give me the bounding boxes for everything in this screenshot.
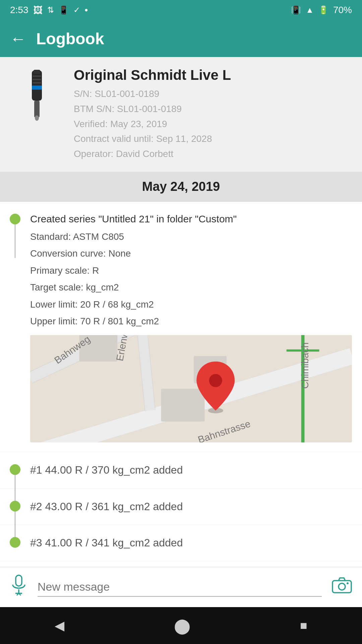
wifi-icon: ▲: [306, 5, 314, 15]
device-serial: S/N: SL01-001-0189: [74, 87, 352, 102]
svg-point-34: [347, 582, 349, 584]
gallery-icon: 🖼: [33, 5, 43, 16]
svg-rect-2: [33, 79, 41, 80]
nav-back-button[interactable]: ◀: [55, 618, 64, 633]
measure-entry-2: #1 44.00 R / 370 kg_cm2 added: [30, 462, 352, 479]
vibrate-icon: 📳: [291, 5, 301, 15]
svg-rect-7: [34, 70, 40, 74]
svg-rect-3: [33, 82, 41, 84]
svg-point-33: [339, 583, 345, 590]
device-details: Original Schmidt Live L S/N: SL01-001-01…: [74, 67, 352, 162]
svg-rect-27: [16, 575, 22, 586]
message-input[interactable]: [38, 578, 322, 597]
timeline-entry-4: #3 41.00 R / 341 kg_cm2 added: [0, 525, 362, 561]
map-background: Bahnweg Erlenweg Bahnstrasse Chimibach G…: [30, 335, 352, 442]
measure-entry-3: #2 43.00 R / 361 kg_cm2 added: [30, 498, 352, 515]
timeline-line-1: [14, 224, 16, 258]
checkmark-icon: ✓: [73, 5, 80, 15]
timeline-dot-col-1: [0, 211, 30, 224]
app-title: Logbook: [36, 30, 104, 48]
timeline-dot-col-3: [0, 498, 30, 512]
device-image: [10, 67, 64, 121]
status-right: 📳 ▲ 🔋 70%: [291, 5, 352, 15]
device-info-section: Original Schmidt Live L S/N: SL01-001-01…: [0, 57, 362, 172]
microphone-icon[interactable]: [10, 575, 27, 600]
mic-svg: [10, 575, 27, 596]
nav-recent-button[interactable]: ■: [300, 619, 307, 633]
timeline-dot-1: [10, 214, 20, 224]
nav-bar: ◀ ⬤ ■: [0, 607, 362, 644]
device-contract: Contract valid until: Sep 11, 2028: [74, 131, 352, 147]
timeline-area: Created series "Untitled 21" in folder "…: [0, 202, 362, 614]
timeline-content-2: #1 44.00 R / 370 kg_cm2 added: [30, 462, 352, 479]
nav-home-button[interactable]: ⬤: [174, 617, 190, 634]
device-name: Original Schmidt Live L: [74, 67, 352, 83]
svg-rect-1: [33, 75, 41, 77]
device-verified: Verified: May 23, 2019: [74, 117, 352, 132]
timeline-entry-3: #2 43.00 R / 361 kg_cm2 added: [0, 489, 362, 525]
svg-rect-4: [32, 86, 42, 90]
timeline-dot-4: [10, 537, 20, 548]
device-btm-serial: BTM S/N: SL01-001-0189: [74, 102, 352, 117]
map-svg: Bahnweg Erlenweg Bahnstrasse Chimibach G…: [30, 335, 352, 442]
svg-rect-5: [34, 101, 40, 117]
timeline-dot-2: [10, 464, 20, 475]
battery-percent: 70%: [333, 5, 352, 15]
svg-rect-32: [333, 581, 351, 593]
series-title: Created series "Untitled 21" in folder "…: [30, 211, 352, 227]
timeline-content-3: #2 43.00 R / 361 kg_cm2 added: [30, 498, 352, 515]
timeline-entry-1: Created series "Untitled 21" in folder "…: [0, 202, 362, 452]
device-operator: Operator: David Corbett: [74, 147, 352, 162]
svg-rect-17: [161, 389, 205, 422]
measure-entry-4: #3 41.00 R / 341 kg_cm2 added: [30, 534, 352, 551]
phone-icon: 📱: [59, 5, 69, 15]
timeline-dot-3: [10, 501, 20, 512]
app-bar: ← Logbook: [0, 20, 362, 57]
dot-icon: •: [85, 5, 88, 15]
message-bar: [0, 567, 362, 607]
map-container[interactable]: Bahnweg Erlenweg Bahnstrasse Chimibach G…: [30, 335, 352, 442]
transfer-icon: ⇅: [47, 5, 54, 15]
camera-icon[interactable]: [332, 577, 352, 598]
svg-text:Chimibach: Chimibach: [299, 342, 310, 389]
battery-icon: 🔋: [318, 5, 328, 15]
device-meta: S/N: SL01-001-0189 BTM S/N: SL01-001-018…: [74, 87, 352, 162]
timeline-content-1: Created series "Untitled 21" in folder "…: [30, 211, 352, 442]
camera-svg: [332, 577, 352, 594]
svg-point-25: [209, 374, 222, 387]
back-button[interactable]: ←: [10, 30, 26, 48]
series-standard: Standard: ASTM C805 Conversion curve: No…: [30, 228, 352, 330]
svg-point-6: [35, 115, 39, 121]
timeline-entry-2: #1 44.00 R / 370 kg_cm2 added: [0, 452, 362, 488]
probe-svg: [13, 67, 60, 121]
status-bar: 2:53 🖼 ⇅ 📱 ✓ • 📳 ▲ 🔋 70%: [0, 0, 362, 20]
timeline-dot-col-4: [0, 534, 30, 548]
date-header: May 24, 2019: [0, 172, 362, 202]
timeline-content-4: #3 41.00 R / 341 kg_cm2 added: [30, 534, 352, 551]
status-left: 2:53 🖼 ⇅ 📱 ✓ •: [10, 5, 88, 16]
timeline-dot-col-2: [0, 462, 30, 475]
status-time: 2:53: [10, 5, 28, 15]
